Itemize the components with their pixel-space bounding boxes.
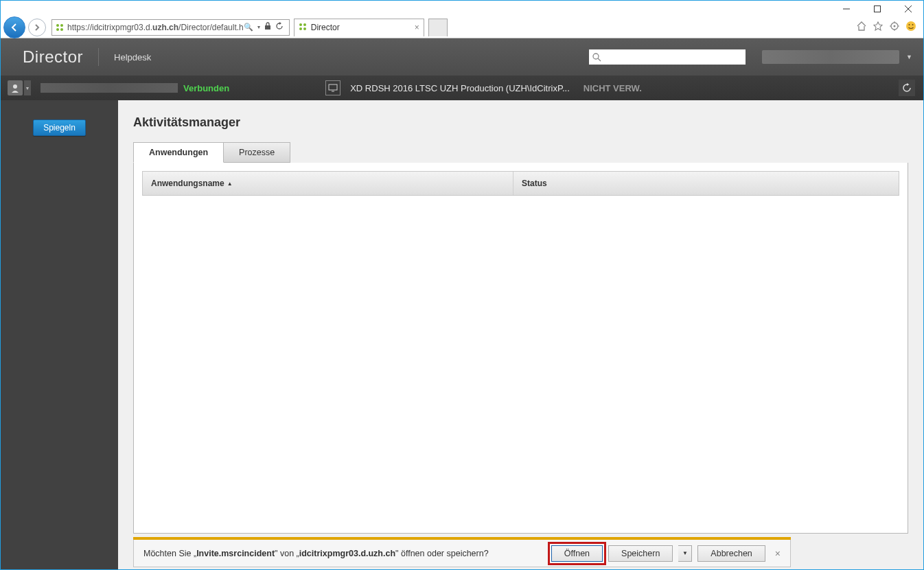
save-dropdown-button[interactable]: ▼ bbox=[678, 545, 692, 562]
download-message: Möchten Sie „Invite.msrcincident" von „i… bbox=[143, 549, 546, 558]
window-minimize-button[interactable] bbox=[831, 1, 862, 17]
tab-content: Anwendungsname ▲ Status bbox=[133, 163, 908, 534]
svg-point-10 bbox=[303, 23, 306, 26]
svg-point-4 bbox=[56, 24, 59, 27]
svg-point-21 bbox=[912, 24, 914, 25]
svg-point-6 bbox=[56, 28, 59, 31]
svg-point-11 bbox=[299, 27, 302, 30]
user-icon[interactable] bbox=[8, 80, 23, 95]
svg-point-12 bbox=[303, 27, 306, 30]
cancel-button[interactable]: Abbrechen bbox=[697, 545, 765, 562]
tab-processes[interactable]: Prozesse bbox=[224, 142, 290, 163]
tools-icon[interactable] bbox=[889, 21, 900, 34]
svg-point-19 bbox=[906, 21, 916, 31]
header-search-input[interactable] bbox=[604, 52, 743, 62]
window-close-button[interactable] bbox=[892, 1, 923, 17]
session-status: NICHT VERW. bbox=[584, 83, 642, 93]
tab-applications[interactable]: Anwendungen bbox=[133, 142, 224, 163]
svg-rect-1 bbox=[874, 6, 880, 12]
nav-back-button[interactable] bbox=[3, 16, 25, 38]
table-header: Anwendungsname ▲ Status bbox=[142, 171, 899, 196]
user-dropdown-icon[interactable]: ▼ bbox=[24, 80, 31, 95]
svg-rect-8 bbox=[265, 25, 270, 30]
home-icon[interactable] bbox=[856, 21, 867, 34]
subbar-username-blurred bbox=[41, 83, 178, 93]
notification-close-icon[interactable]: × bbox=[775, 548, 781, 559]
dropdown-icon[interactable]: ▾ bbox=[257, 24, 260, 30]
nav-forward-button[interactable] bbox=[28, 19, 46, 36]
refresh-button[interactable] bbox=[899, 80, 915, 96]
sort-asc-icon: ▲ bbox=[227, 181, 233, 187]
connection-status: Verbunden bbox=[183, 83, 229, 93]
app-title: Director bbox=[23, 47, 83, 67]
monitor-icon[interactable] bbox=[325, 80, 340, 95]
search-indicator-icon: 🔍 bbox=[244, 23, 253, 32]
svg-point-14 bbox=[894, 25, 896, 27]
svg-rect-25 bbox=[329, 84, 337, 90]
tab-title: Director bbox=[311, 23, 340, 32]
svg-point-22 bbox=[593, 54, 599, 59]
header-search[interactable] bbox=[589, 49, 746, 65]
lock-icon bbox=[264, 22, 271, 32]
favorites-icon[interactable] bbox=[873, 21, 883, 34]
svg-point-5 bbox=[60, 24, 63, 27]
new-tab-button[interactable] bbox=[428, 19, 448, 36]
window-maximize-button[interactable] bbox=[862, 1, 892, 17]
tab-close-icon[interactable]: × bbox=[415, 23, 419, 32]
helpdesk-link[interactable]: Helpdesk bbox=[114, 52, 151, 62]
address-url: https://idcitrixpmgr03.d.uzh.ch/Director… bbox=[67, 23, 244, 32]
svg-point-9 bbox=[299, 23, 302, 26]
download-notification-bar: Möchten Sie „Invite.msrcincident" von „i… bbox=[133, 537, 791, 567]
citrix-favicon-icon bbox=[55, 23, 65, 32]
page-title: Aktivitätsmanager bbox=[133, 115, 908, 130]
header-username-blurred bbox=[762, 50, 899, 64]
svg-point-7 bbox=[60, 28, 63, 31]
session-name[interactable]: XD RDSH 2016 LTSC UZH Production (UZH\Id… bbox=[350, 83, 570, 93]
column-status[interactable]: Status bbox=[513, 179, 899, 188]
open-button[interactable]: Öffnen bbox=[551, 545, 603, 562]
svg-point-20 bbox=[909, 24, 910, 25]
mirror-button[interactable]: Spiegeln bbox=[33, 119, 86, 136]
refresh-icon[interactable] bbox=[275, 22, 284, 32]
save-button[interactable]: Speichern bbox=[608, 545, 673, 562]
address-bar[interactable]: https://idcitrixpmgr03.d.uzh.ch/Director… bbox=[51, 19, 290, 36]
header-menu-icon[interactable]: ▼ bbox=[906, 54, 912, 60]
svg-line-23 bbox=[598, 58, 601, 61]
smiley-icon[interactable] bbox=[905, 21, 916, 34]
browser-tab[interactable]: Director × bbox=[294, 19, 424, 36]
citrix-favicon-icon bbox=[299, 23, 307, 33]
svg-point-24 bbox=[13, 84, 17, 89]
column-app-name[interactable]: Anwendungsname ▲ bbox=[143, 172, 513, 195]
